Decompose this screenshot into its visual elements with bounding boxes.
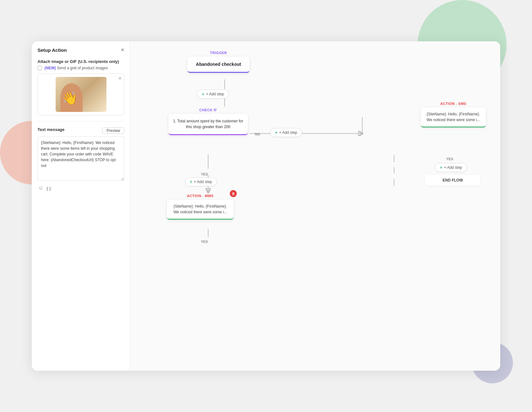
add-step-right-label: + Add step bbox=[444, 165, 462, 170]
image-remove-button[interactable]: × bbox=[119, 76, 121, 81]
action-mms-box[interactable]: {SiteName}: Hello, {FirstName}. We notic… bbox=[167, 200, 234, 220]
yes-label-left: YES bbox=[201, 172, 208, 176]
yes-label-left-container: YES bbox=[201, 171, 208, 177]
action-mms-label: ACTION - MMS bbox=[167, 194, 234, 198]
add-step-no-label: + Add step bbox=[279, 130, 297, 135]
add-step-1-label: + Add step bbox=[206, 92, 224, 96]
attach-option-text: (NEW) Send a grid of product images bbox=[44, 66, 108, 70]
action-mms-preview: {SiteName}: Hello, {FirstName}. We notic… bbox=[171, 203, 230, 215]
yes-label-bottom-container: YES bbox=[201, 238, 208, 244]
preview-button[interactable]: Preview bbox=[102, 127, 124, 134]
no-label: NO bbox=[255, 132, 260, 136]
delete-icon: 🗑 bbox=[232, 192, 235, 196]
main-card: Setup Action × Attach image or GIF (U.S.… bbox=[32, 41, 500, 371]
trigger-box[interactable]: Abandoned checkout bbox=[188, 57, 249, 73]
checkif-label: CHECK IF bbox=[168, 108, 248, 112]
yes-label-right-container: YES bbox=[446, 156, 453, 161]
text-message-input[interactable]: {SiteName}: Hello, {FirstName}. We notic… bbox=[38, 136, 124, 181]
checkif-condition: 1. Total amount spent by the customer fo… bbox=[173, 118, 243, 130]
attach-label: Attach image or GIF (U.S. recipients onl… bbox=[38, 59, 124, 64]
end-flow-label: END FLOW bbox=[443, 178, 463, 182]
braces-icon[interactable]: { } bbox=[46, 186, 51, 191]
attach-checkbox[interactable] bbox=[38, 66, 42, 70]
add-step-right-container: + + Add step bbox=[435, 163, 467, 172]
action-sms-preview: {SiteName}: Hello, {FirstName}. We notic… bbox=[425, 111, 482, 123]
end-flow-container: END FLOW bbox=[425, 175, 481, 186]
add-step-1-button[interactable]: + + Add step bbox=[197, 90, 229, 99]
trigger-label: TRIGGER bbox=[188, 51, 249, 55]
emoji-icon[interactable]: ☺ bbox=[38, 185, 43, 191]
checkif-node: CHECK IF 1. Total amount spent by the cu… bbox=[168, 108, 248, 135]
no-label-container: NO bbox=[255, 131, 260, 137]
plus-icon-no: + bbox=[275, 130, 277, 135]
text-message-header: Text message Preview bbox=[38, 127, 124, 134]
end-flow-box: END FLOW bbox=[425, 175, 481, 186]
close-button[interactable]: × bbox=[121, 47, 124, 53]
add-step-no-button[interactable]: + + Add step bbox=[270, 128, 302, 137]
new-badge: (NEW) bbox=[44, 66, 56, 70]
add-step-right-button[interactable]: + + Add step bbox=[435, 163, 467, 172]
preview-image bbox=[56, 77, 106, 112]
action-mms-node: ACTION - MMS {SiteName}: Hello, {FirstNa… bbox=[167, 194, 234, 220]
plus-icon-right: + bbox=[440, 165, 442, 170]
action-sms-node: ACTION - SMS {SiteName}: Hello, {FirstNa… bbox=[421, 102, 486, 127]
add-step-yes-button[interactable]: + + Add step bbox=[185, 177, 217, 186]
left-panel: Setup Action × Attach image or GIF (U.S.… bbox=[32, 41, 130, 371]
yes-label-right: YES bbox=[446, 157, 453, 161]
attach-section: Attach image or GIF (U.S. recipients onl… bbox=[38, 59, 124, 115]
add-step-no-container: + + Add step bbox=[270, 128, 302, 137]
trigger-node: TRIGGER Abandoned checkout bbox=[188, 51, 249, 73]
delete-action-mms-button[interactable]: 🗑 bbox=[230, 190, 237, 197]
checkif-box[interactable]: 1. Total amount spent by the customer fo… bbox=[168, 114, 248, 135]
divider bbox=[38, 121, 124, 121]
add-step-1-container: + + Add step bbox=[197, 90, 229, 99]
yes-label-bottom: YES bbox=[201, 240, 208, 244]
action-sms-label: ACTION - SMS bbox=[421, 102, 486, 106]
image-upload-area[interactable]: × bbox=[38, 73, 124, 115]
add-step-yes-label: + Add step bbox=[194, 180, 212, 184]
attach-option: (NEW) Send a grid of product images bbox=[38, 66, 124, 70]
emoji-toolbar: ☺ { } bbox=[38, 184, 124, 192]
plus-icon-1: + bbox=[202, 92, 204, 97]
text-message-section: Text message Preview {SiteName}: Hello, … bbox=[38, 127, 124, 192]
plus-icon-yes: + bbox=[190, 179, 192, 184]
attach-checkbox-label: Send a grid of product images bbox=[57, 66, 108, 70]
add-step-yes-container: + + Add step bbox=[185, 177, 217, 186]
panel-title: Setup Action bbox=[38, 47, 67, 53]
action-sms-box[interactable]: {SiteName}: Hello, {FirstName}. We notic… bbox=[421, 107, 486, 127]
panel-header: Setup Action × bbox=[38, 47, 124, 53]
text-message-label: Text message bbox=[38, 127, 65, 132]
right-panel: TRIGGER Abandoned checkout + + Add step … bbox=[130, 41, 500, 371]
